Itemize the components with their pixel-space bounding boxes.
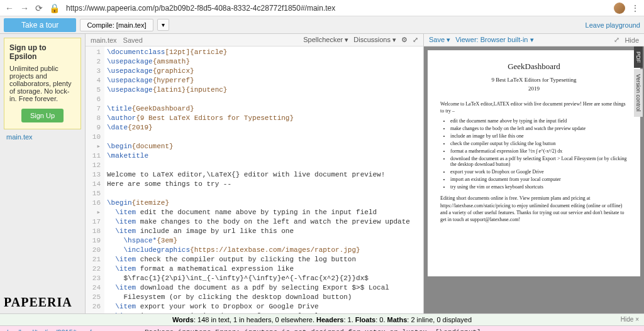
spellchecker-dropdown[interactable]: Spellchecker ▾ bbox=[303, 36, 348, 44]
doc-item: make changes to the body on the left and… bbox=[450, 126, 628, 131]
saved-label: Saved bbox=[123, 36, 143, 44]
doc-year: 2019 bbox=[440, 85, 628, 92]
signup-button[interactable]: Sign Up bbox=[21, 109, 64, 122]
editor-pane: main.tex Saved Spellchecker ▾ Discussion… bbox=[85, 34, 424, 313]
url-field[interactable]: https://www.papeeria.com/p/ba2b09b2-f8d5… bbox=[66, 4, 608, 13]
log-path[interactable]: /usr/local/texlive/2015/texmf-dist/tex/l… bbox=[6, 328, 132, 331]
rendered-page: GeekDashboard 9 Best LaTeX Editors for T… bbox=[428, 50, 640, 276]
doc-item: check the compiler output by clicking th… bbox=[450, 141, 628, 146]
signup-body: Unlimited public projects and collaborat… bbox=[9, 65, 75, 102]
expand-icon[interactable]: ⤢ bbox=[413, 36, 418, 44]
hide-stats[interactable]: Hide × bbox=[621, 316, 639, 323]
doc-outro: Editing short documents online is free. … bbox=[440, 195, 628, 223]
signup-card: Sign up to Epsilon Unlimited public proj… bbox=[4, 38, 81, 129]
doc-item: try using the vim or emacs keyboard shor… bbox=[450, 184, 628, 190]
save-dropdown[interactable]: Save ▾ bbox=[429, 36, 450, 44]
discussions-dropdown[interactable]: Discussions ▾ bbox=[353, 36, 396, 44]
doc-item: import an existing document from your lo… bbox=[450, 176, 628, 182]
preview-tabbar: Save ▾ Viewer: Browser built-in ▾ ⤢ Hide bbox=[424, 34, 644, 46]
doc-item: export your work to Dropbox or Google Dr… bbox=[450, 169, 628, 175]
lock-icon: 🔒 bbox=[49, 3, 60, 13]
pdf-side-tab[interactable]: PDF bbox=[634, 46, 643, 68]
log-panel: /usr/local/texlive/2015/texmf-dist/tex/l… bbox=[0, 325, 644, 331]
viewer-label: Viewer: Browser built-in ▾ bbox=[455, 36, 533, 44]
stats-bar: Words: 148 in text, 1 in headers, 0 else… bbox=[0, 313, 644, 325]
compile-dropdown[interactable]: ▾ bbox=[157, 19, 169, 31]
app-toolbar: Take a tour Compile: [main.tex] ▾ Leave … bbox=[0, 16, 644, 34]
avatar[interactable] bbox=[614, 3, 625, 14]
signup-title: Sign up to Epsilon bbox=[9, 43, 75, 61]
take-tour-button[interactable]: Take a tour bbox=[4, 18, 76, 32]
editor-tabbar: main.tex Saved Spellchecker ▾ Discussion… bbox=[86, 34, 423, 46]
editor-tab[interactable]: main.tex bbox=[91, 36, 117, 44]
log-message: Package inputenc Error: inputenc is not … bbox=[145, 328, 638, 331]
doc-item-list: edit the document name above by typing i… bbox=[440, 118, 628, 190]
code-editor[interactable]: 12345678910▸ 111213141516▸ 1718192021222… bbox=[86, 46, 423, 313]
doc-item: edit the document name above by typing i… bbox=[450, 118, 628, 124]
back-icon[interactable]: ← bbox=[5, 3, 14, 13]
sidebar: Sign up to Epsilon Unlimited public proj… bbox=[0, 34, 85, 313]
leave-playground-link[interactable]: Leave playground bbox=[586, 21, 640, 29]
file-main-tex[interactable]: main.tex bbox=[4, 129, 81, 144]
compile-button[interactable]: Compile: [main.tex] bbox=[80, 19, 153, 31]
doc-intro: Welcome to LaTeX editor,LATEX editor wit… bbox=[440, 100, 628, 114]
version-control-side-tab[interactable]: Version control bbox=[634, 69, 643, 117]
expand-preview-icon[interactable]: ⤢ bbox=[614, 36, 619, 44]
browser-bar: ← → ⟳ 🔒 https://www.papeeria.com/p/ba2b0… bbox=[0, 0, 644, 16]
doc-subtitle: 9 Best LaTeX Editors for Typesetting bbox=[440, 77, 628, 83]
hide-preview[interactable]: Hide bbox=[625, 36, 639, 44]
preview-pane: Save ▾ Viewer: Browser built-in ▾ ⤢ Hide… bbox=[424, 34, 644, 313]
kebab-icon[interactable]: ⋮ bbox=[631, 4, 639, 13]
reload-icon[interactable]: ⟳ bbox=[35, 3, 43, 13]
preview-viewport[interactable]: GeekDashboard 9 Best LaTeX Editors for T… bbox=[424, 46, 644, 313]
forward-icon[interactable]: → bbox=[20, 3, 29, 13]
gear-icon[interactable]: ⚙ bbox=[401, 36, 408, 44]
doc-item: include an image by url like this one bbox=[450, 133, 628, 139]
doc-item: download the document as a pdf by select… bbox=[450, 156, 628, 167]
doc-title: GeekDashboard bbox=[440, 62, 628, 72]
doc-item: format a mathematical expression like ½π… bbox=[450, 148, 628, 154]
logo: PAPEERIA bbox=[4, 295, 81, 310]
